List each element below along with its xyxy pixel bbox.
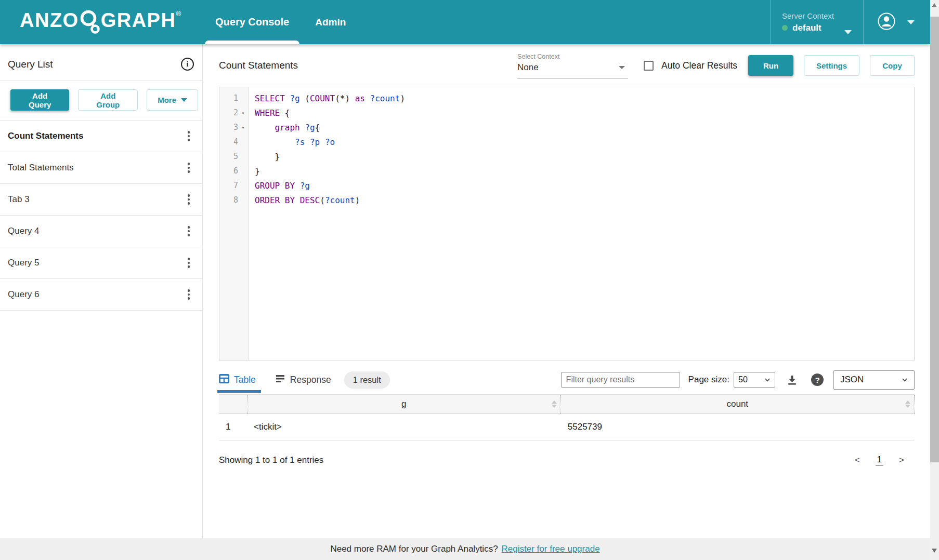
query-item-label: Tab 3 bbox=[8, 194, 30, 205]
cell-count: 5525739 bbox=[561, 422, 915, 432]
settings-button[interactable]: Settings bbox=[804, 55, 859, 76]
page-size-value: 50 bbox=[738, 375, 748, 384]
editor-line: 4 ?s ?p ?o bbox=[219, 135, 914, 149]
scrollbar-thumb[interactable] bbox=[930, 17, 939, 462]
more-button-label: More bbox=[158, 96, 176, 104]
add-group-button[interactable]: Add Group bbox=[78, 89, 138, 111]
code-line[interactable]: } bbox=[249, 166, 260, 176]
kebab-menu-icon[interactable] bbox=[181, 255, 196, 271]
code-line[interactable]: } bbox=[249, 152, 280, 162]
prev-page-button[interactable]: < bbox=[855, 455, 860, 465]
query-list-item[interactable]: Query 4 bbox=[0, 216, 202, 247]
next-page-button[interactable]: > bbox=[899, 455, 904, 465]
banner-text: Need more RAM for your Graph Analytics? bbox=[330, 544, 498, 554]
column-label: g bbox=[401, 399, 406, 409]
page-size-label: Page size: bbox=[688, 375, 729, 385]
page-size-select[interactable]: 50 bbox=[734, 372, 775, 388]
auto-clear-results-toggle[interactable]: Auto Clear Results bbox=[644, 60, 737, 71]
format-value: JSON bbox=[840, 375, 864, 385]
code-line[interactable]: ORDER BY DESC(?count) bbox=[249, 195, 360, 205]
code-line[interactable]: SELECT ?g (COUNT(*) as ?count) bbox=[249, 94, 405, 103]
response-lines-icon bbox=[275, 374, 285, 385]
format-select[interactable]: JSON bbox=[833, 370, 915, 390]
page-number[interactable]: 1 bbox=[876, 455, 883, 465]
results-table-header: g count bbox=[219, 394, 915, 414]
line-number: 6 bbox=[219, 166, 238, 176]
kebab-menu-icon[interactable] bbox=[181, 160, 196, 176]
line-number: 1 bbox=[219, 94, 238, 103]
fold-arrow-icon[interactable]: ▾ bbox=[238, 125, 248, 130]
graph-node-icon bbox=[80, 7, 100, 38]
help-icon[interactable]: ? bbox=[811, 374, 824, 386]
query-list-item[interactable]: Tab 3 bbox=[0, 184, 202, 216]
select-context-dropdown[interactable]: Select Context None bbox=[517, 53, 628, 78]
run-button[interactable]: Run bbox=[748, 55, 793, 76]
logo-text-anzo: ANZO bbox=[20, 7, 79, 34]
server-context-dropdown[interactable]: Server Context default bbox=[771, 11, 863, 33]
app-header: ANZO GRAPH ® Query Console Admin bbox=[0, 0, 930, 44]
query-item-label: Total Statements bbox=[8, 163, 74, 173]
editor-line: 5 } bbox=[219, 149, 914, 164]
kebab-menu-icon[interactable] bbox=[181, 128, 196, 144]
query-list-item[interactable]: Total Statements bbox=[0, 152, 202, 184]
tab-response-label: Response bbox=[290, 375, 331, 385]
gutter-cell: 6 bbox=[219, 166, 249, 176]
nav-tab-label: Admin bbox=[315, 17, 346, 28]
scroll-up-icon[interactable] bbox=[932, 3, 937, 7]
register-upgrade-link[interactable]: Register for free upgrade bbox=[502, 544, 600, 554]
query-list-item[interactable]: Count Statements bbox=[0, 121, 202, 152]
kebab-menu-icon[interactable] bbox=[181, 192, 196, 207]
tab-table[interactable]: Table bbox=[219, 369, 256, 391]
results-toolbar: Table Response 1 result P bbox=[219, 369, 915, 391]
scroll-down-icon[interactable] bbox=[932, 549, 937, 553]
active-results-tab-indicator bbox=[217, 390, 261, 393]
gutter-cell: 2▾ bbox=[219, 108, 249, 117]
line-number: 2 bbox=[219, 108, 238, 117]
header-nav: Query Console Admin bbox=[208, 0, 353, 44]
select-context-label: Select Context bbox=[517, 53, 628, 60]
results-table-body: 1<tickit>5525739 bbox=[219, 414, 915, 441]
kebab-menu-icon[interactable] bbox=[181, 223, 196, 239]
auto-clear-checkbox[interactable] bbox=[644, 61, 654, 71]
table-grid-icon bbox=[219, 374, 229, 386]
kebab-menu-icon[interactable] bbox=[181, 287, 196, 302]
fold-arrow-icon[interactable]: ▾ bbox=[238, 110, 248, 116]
editor-lines: 1SELECT ?g (COUNT(*) as ?count)2▾WHERE {… bbox=[219, 87, 914, 207]
sort-icon[interactable] bbox=[552, 401, 557, 408]
tab-table-label: Table bbox=[234, 375, 256, 385]
user-menu[interactable] bbox=[864, 12, 930, 33]
anzograph-logo: ANZO GRAPH ® bbox=[20, 7, 181, 38]
chevron-down-icon bbox=[181, 98, 187, 102]
query-item-label: Query 6 bbox=[8, 289, 39, 300]
add-query-button[interactable]: Add Query bbox=[10, 89, 69, 111]
filter-results-input[interactable] bbox=[561, 372, 680, 388]
code-line[interactable]: GROUP BY ?g bbox=[249, 181, 310, 191]
auto-clear-label: Auto Clear Results bbox=[661, 60, 737, 71]
copy-button[interactable]: Copy bbox=[870, 55, 915, 76]
registered-mark: ® bbox=[176, 10, 181, 18]
entries-summary: Showing 1 to 1 of 1 entries bbox=[219, 455, 323, 465]
page-body: Query List i Add Query Add Group More Co… bbox=[0, 44, 930, 538]
nav-tab-query-console[interactable]: Query Console bbox=[208, 0, 296, 44]
column-header-count[interactable]: count bbox=[561, 395, 915, 414]
table-footer: Showing 1 to 1 of 1 entries < 1 > bbox=[219, 455, 915, 465]
code-line[interactable]: graph ?g{ bbox=[249, 123, 320, 132]
download-icon[interactable] bbox=[786, 374, 798, 386]
query-list-item[interactable]: Query 5 bbox=[0, 247, 202, 279]
server-status-dot bbox=[782, 25, 788, 31]
sort-icon[interactable] bbox=[905, 401, 910, 408]
column-header-g[interactable]: g bbox=[247, 395, 561, 414]
chevron-down-icon bbox=[907, 20, 915, 24]
cell-g: <tickit> bbox=[247, 422, 561, 432]
vertical-scrollbar[interactable] bbox=[930, 0, 939, 560]
nav-tab-admin[interactable]: Admin bbox=[308, 0, 353, 44]
tab-response[interactable]: Response bbox=[275, 369, 331, 391]
code-line[interactable]: ?s ?p ?o bbox=[249, 137, 335, 147]
info-icon[interactable]: i bbox=[181, 58, 194, 71]
logo-text-graph: GRAPH bbox=[101, 7, 176, 34]
code-line[interactable]: WHERE { bbox=[249, 108, 290, 118]
query-list-item[interactable]: Query 6 bbox=[0, 279, 202, 311]
more-button[interactable]: More bbox=[147, 89, 198, 111]
sparql-code-editor[interactable]: 1SELECT ?g (COUNT(*) as ?count)2▾WHERE {… bbox=[219, 87, 915, 361]
line-number: 7 bbox=[219, 181, 238, 190]
